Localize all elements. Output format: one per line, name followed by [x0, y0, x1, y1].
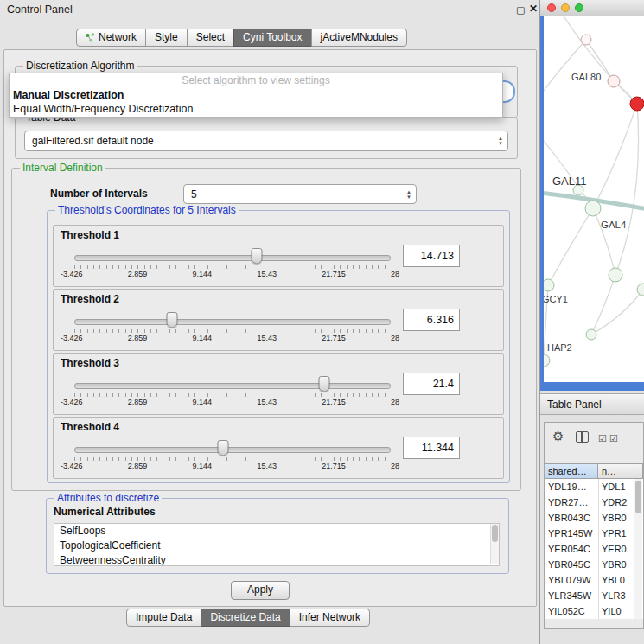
threshold-2-value[interactable]: 6.316 — [403, 309, 460, 331]
selected-red-node[interactable] — [630, 97, 644, 111]
tab-jactivemnodules[interactable]: jActiveMNodules — [311, 29, 407, 47]
slider-tick-labels: -3.4262.8599.14415.4321.71528 — [61, 398, 399, 406]
table-row[interactable]: YPR145WYPR1 — [545, 526, 643, 541]
control-panel-tabs: Network Style Select Cyni Toolbox jActiv… — [76, 29, 407, 47]
interval-definition-group: Interval Definition Number of Intervals … — [11, 168, 521, 491]
node-label-hap2: HAP2 — [547, 342, 572, 353]
attributes-group-label: Attributes to discretize — [54, 492, 162, 504]
table-row[interactable]: YDL19…YDL1 — [545, 479, 643, 494]
table-row[interactable]: YBR045CYBR0 — [545, 557, 643, 572]
combobox-stepper-icon[interactable]: ▲▼ — [498, 136, 503, 146]
minimize-traffic-light-icon[interactable] — [561, 3, 570, 12]
scrollbar-thumb[interactable] — [635, 481, 641, 513]
column-divider — [598, 479, 599, 619]
tab-select[interactable]: Select — [187, 29, 234, 47]
select-shown-columns-icon[interactable]: ☑ — [609, 431, 618, 445]
column-header-name[interactable]: n… — [598, 463, 643, 479]
thresholds-group-label: Threshold's Coordinates for 5 Intervals — [55, 204, 239, 216]
table-panel-window: ⚙ ☑ ☑ shared… n… YDL19…YDL1 YDR27…YDR2 Y… — [544, 422, 644, 629]
table-row[interactable]: YBL079WYBL0 — [545, 572, 643, 588]
slider-track[interactable] — [74, 319, 391, 325]
network-node-gcy1[interactable] — [544, 279, 554, 291]
network-node-gal4[interactable] — [585, 201, 601, 216]
select-all-columns-icon[interactable]: ☑ — [598, 431, 607, 445]
network-tab-icon — [86, 33, 95, 42]
tab-discretize-data[interactable]: Discretize Data — [201, 609, 290, 627]
table-panel-toolbar: ⚙ ☑ ☑ — [545, 423, 643, 452]
table-row[interactable]: YBR043CYBR0 — [545, 510, 643, 526]
attributes-group: Attributes to discretize Numerical Attri… — [46, 498, 509, 574]
tab-infer-network[interactable]: Infer Network — [290, 609, 370, 627]
table-row[interactable]: YIL052CYIL0 — [545, 603, 643, 619]
table-row[interactable]: YER054CYER0 — [545, 541, 643, 557]
slider-handle[interactable] — [218, 440, 229, 456]
numerical-attributes-list[interactable]: SelfLoops TopologicalCoefficient Between… — [54, 523, 500, 566]
zoom-traffic-light-icon[interactable] — [575, 3, 583, 12]
cyni-toolbox-panel: Discretization Algorithm Table Data galF… — [3, 49, 537, 607]
close-traffic-light-icon[interactable] — [547, 3, 556, 12]
tab-style[interactable]: Style — [145, 29, 188, 47]
table-scrollbar[interactable] — [634, 479, 642, 619]
threshold-4-label: Threshold 4 — [61, 421, 119, 433]
slider-track[interactable] — [74, 255, 391, 261]
list-item[interactable]: TopologicalCoefficient — [54, 539, 499, 553]
table-data-combobox[interactable]: galFiltered.sif default node ▲▼ — [24, 131, 508, 151]
tab-impute-data[interactable]: Impute Data — [126, 609, 201, 627]
table-row[interactable]: YDR27…YDR2 — [545, 494, 643, 510]
float-window-icon[interactable]: ▢ — [516, 4, 525, 16]
node-label-gal80: GAL80 — [571, 72, 601, 82]
network-node[interactable] — [586, 329, 596, 340]
threshold-2-slider[interactable] — [74, 312, 391, 328]
network-view-window: GAL80 GAL11 GAL4 GCY1 HAP2 — [540, 0, 644, 391]
combobox-stepper-icon[interactable]: ▲▼ — [406, 189, 411, 200]
close-window-icon[interactable]: ✕ — [529, 3, 538, 15]
network-node[interactable] — [609, 268, 622, 282]
threshold-4-value[interactable]: 11.344 — [403, 437, 460, 459]
network-node[interactable] — [637, 284, 644, 296]
list-item[interactable]: BetweennessCentrality — [54, 553, 499, 566]
tab-network[interactable]: Network — [76, 29, 146, 47]
scrollbar-thumb[interactable] — [492, 525, 498, 542]
network-node-hap2[interactable] — [544, 354, 550, 367]
slider-ticks — [74, 393, 391, 397]
network-node-gal80[interactable] — [608, 75, 620, 87]
num-intervals-label: Number of Intervals — [50, 188, 148, 200]
threshold-1-value[interactable]: 14.713 — [403, 245, 460, 267]
dropdown-option-equal-width-frequency[interactable]: Equal Width/Frequency Discretization — [10, 102, 502, 116]
table-row[interactable]: YLR345WYLR3 — [545, 588, 643, 603]
node-label-gal4: GAL4 — [601, 220, 627, 230]
list-item[interactable]: SelfLoops — [54, 524, 499, 539]
algorithm-dropdown-hint: Select algorithm to view settings — [10, 73, 502, 88]
num-intervals-combobox[interactable]: 5 ▲▼ — [183, 184, 417, 204]
list-scrollbar[interactable] — [490, 524, 499, 564]
threshold-4-panel: Threshold 4 -3.4262.8599.14415.4321.7152… — [53, 417, 504, 479]
network-graph: GAL80 GAL11 GAL4 GCY1 HAP2 — [544, 16, 644, 382]
interval-group-label: Interval Definition — [20, 162, 105, 174]
slider-ticks — [74, 457, 391, 461]
table-panel-header[interactable]: Table Panel — [540, 393, 644, 415]
threshold-4-slider[interactable] — [74, 440, 391, 456]
slider-handle[interactable] — [319, 376, 330, 392]
slider-track[interactable] — [74, 383, 391, 389]
screen: Control Panel ▢ ✕ Network Style Select — [0, 0, 644, 644]
threshold-1-slider[interactable] — [74, 248, 391, 264]
slider-handle[interactable] — [167, 312, 178, 328]
network-node[interactable] — [581, 35, 591, 45]
slider-tick-labels: -3.4262.8599.14415.4321.71528 — [61, 270, 399, 278]
network-window-titlebar[interactable] — [540, 0, 644, 16]
threshold-3-slider[interactable] — [74, 376, 391, 392]
bottom-tabs: Impute Data Discretize Data Infer Networ… — [126, 609, 370, 627]
network-canvas[interactable]: GAL80 GAL11 GAL4 GCY1 HAP2 — [544, 16, 644, 382]
slider-track[interactable] — [74, 447, 391, 453]
apply-button[interactable]: Apply — [231, 581, 290, 600]
tab-cyni-toolbox[interactable]: Cyni Toolbox — [233, 29, 311, 47]
threshold-3-value[interactable]: 21.4 — [403, 373, 460, 395]
threshold-3-label: Threshold 3 — [61, 357, 119, 369]
gear-icon[interactable]: ⚙ — [552, 430, 564, 443]
column-header-shared-name[interactable]: shared… — [545, 463, 598, 479]
table-data-value: galFiltered.sif default node — [32, 131, 154, 150]
dropdown-option-manual-discretization[interactable]: Manual Discretization — [10, 88, 502, 102]
columns-icon[interactable] — [576, 431, 589, 443]
control-panel-window: Control Panel ▢ ✕ Network Style Select — [0, 0, 540, 644]
slider-handle[interactable] — [252, 248, 263, 264]
